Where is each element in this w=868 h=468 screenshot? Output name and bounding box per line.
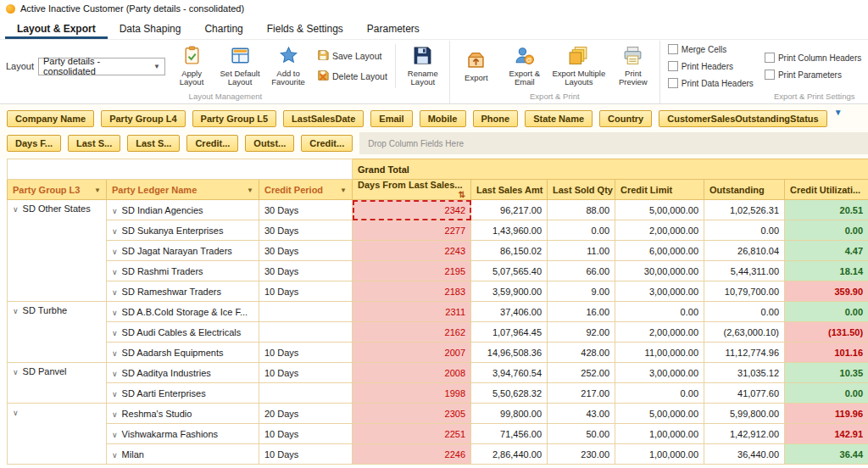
outstanding-cell[interactable]: 36,440.00 (704, 444, 785, 465)
print-headers-checkbox[interactable]: Print Headers (668, 61, 754, 71)
print-column-headers-checkbox[interactable]: Print Column Headers (765, 53, 861, 63)
credit-period-cell[interactable]: 30 Days (259, 261, 353, 281)
credit-period-cell[interactable]: 10 Days (259, 343, 353, 363)
last-sold-qty-cell[interactable]: 43.00 (548, 404, 615, 424)
collapse-chevron-icon[interactable]: ∨ (112, 431, 118, 439)
column-field-chip[interactable]: Mobile (420, 110, 466, 127)
data-header[interactable]: Last Sold Qty (548, 180, 615, 200)
collapse-chevron-icon[interactable]: ∨ (112, 390, 118, 398)
row-field-chip[interactable]: Outst... (245, 135, 294, 152)
group-cell[interactable]: ∨ (8, 404, 107, 465)
collapse-chevron-icon[interactable]: ∨ (13, 205, 19, 214)
ledger-cell[interactable]: ∨SD Jagat Narayan Traders (107, 241, 259, 261)
column-field-chip[interactable]: Company Name (7, 110, 94, 127)
column-field-chip[interactable]: CustomerSalesOutstandingStatus (659, 110, 826, 127)
credit-utilization-cell[interactable]: 36.44 (785, 444, 868, 465)
last-sales-amt-cell[interactable]: 37,406.00 (471, 302, 548, 322)
data-header[interactable]: Credit Utilizati... (785, 180, 868, 200)
ledger-cell[interactable]: ∨Vishwakarma Fashions (107, 424, 259, 444)
outstanding-cell[interactable]: 5,44,311.00 (704, 261, 785, 281)
outstanding-cell[interactable]: (2,63,000.10) (704, 322, 785, 343)
credit-utilization-cell[interactable]: 20.51 (785, 200, 868, 220)
collapse-chevron-icon[interactable]: ∨ (112, 410, 118, 419)
last-sold-qty-cell[interactable]: 88.00 (548, 200, 615, 220)
last-sold-qty-cell[interactable]: 66.00 (548, 261, 615, 281)
credit-utilization-cell[interactable]: 0.00 (785, 302, 868, 322)
last-sales-amt-cell[interactable]: 1,43,960.00 (471, 220, 548, 241)
row-area-header[interactable]: Party Group L3▼ (8, 180, 107, 200)
group-cell[interactable]: ∨SD Panvel (8, 363, 107, 404)
last-sales-amt-cell[interactable]: 5,07,565.40 (471, 261, 548, 281)
column-field-chip[interactable]: Party Group L5 (192, 110, 276, 127)
days-from-last-sales-cell[interactable]: 2183 (353, 281, 471, 302)
row-field-chip[interactable]: Days F... (7, 135, 61, 152)
outstanding-cell[interactable]: 41,077.60 (704, 383, 785, 404)
credit-limit-cell[interactable]: 1,00,000.00 (615, 444, 704, 465)
credit-utilization-cell[interactable]: 18.14 (785, 261, 868, 281)
tab-parameters[interactable]: Parameters (355, 17, 431, 39)
last-sold-qty-cell[interactable]: 16.00 (548, 302, 615, 322)
outstanding-cell[interactable]: 1,02,526.31 (704, 200, 785, 220)
credit-limit-cell[interactable]: 2,00,000.00 (615, 220, 704, 241)
outstanding-cell[interactable]: 5,99,800.00 (704, 404, 785, 424)
days-from-last-sales-cell[interactable]: 2243 (353, 241, 471, 261)
days-from-last-sales-cell[interactable]: 2251 (353, 424, 471, 444)
credit-limit-cell[interactable]: 3,00,000.00 (615, 281, 704, 302)
credit-utilization-cell[interactable]: 101.16 (785, 343, 868, 363)
last-sales-amt-cell[interactable]: 5,50,628.32 (471, 383, 548, 404)
credit-utilization-cell[interactable]: 0.00 (785, 383, 868, 404)
days-from-last-sales-cell[interactable]: 2305 (353, 404, 471, 424)
collapse-chevron-icon[interactable]: ∨ (112, 248, 118, 256)
credit-limit-cell[interactable]: 0.00 (615, 302, 704, 322)
ledger-cell[interactable]: ∨SD Sukanya Enterprises (107, 220, 259, 241)
credit-utilization-cell[interactable]: 0.00 (785, 220, 868, 241)
last-sales-amt-cell[interactable]: 1,07,964.45 (471, 322, 548, 343)
credit-limit-cell[interactable]: 1,00,000.00 (615, 424, 704, 444)
credit-period-cell[interactable] (259, 302, 353, 322)
ledger-cell[interactable]: ∨SD A.B.Cold Storage & Ice F... (107, 302, 259, 322)
apply-layout-button[interactable]: Apply Layout (170, 45, 214, 88)
ledger-cell[interactable]: ∨SD Aaditya Industries (107, 363, 259, 383)
days-from-last-sales-cell[interactable]: 2008 (353, 363, 471, 383)
column-field-chip[interactable]: Phone (473, 110, 519, 127)
ledger-cell[interactable]: ∨SD Aadarsh Equipments (107, 343, 259, 363)
credit-utilization-cell[interactable]: (131.50) (785, 322, 868, 343)
ledger-cell[interactable]: ∨Reshma's Studio (107, 404, 259, 424)
days-from-last-sales-cell[interactable]: 2277 (353, 220, 471, 241)
last-sales-amt-cell[interactable]: 96,217.00 (471, 200, 548, 220)
ledger-cell[interactable]: ∨SD Aarti Enterprises (107, 383, 259, 404)
credit-limit-cell[interactable]: 3,00,000.00 (615, 363, 704, 383)
days-from-last-sales-cell[interactable]: 2195 (353, 261, 471, 281)
collapse-chevron-icon[interactable]: ∨ (13, 409, 19, 417)
days-from-last-sales-cell[interactable]: 2162 (353, 322, 471, 343)
last-sales-amt-cell[interactable]: 14,96,508.36 (471, 343, 548, 363)
outstanding-cell[interactable]: 0.00 (704, 220, 785, 241)
last-sales-amt-cell[interactable]: 71,456.00 (471, 424, 548, 444)
collapse-chevron-icon[interactable]: ∨ (112, 268, 118, 276)
row-field-chip[interactable]: Credit... (301, 135, 353, 152)
credit-limit-cell[interactable]: 5,00,000.00 (615, 404, 704, 424)
last-sold-qty-cell[interactable]: 0.00 (548, 220, 615, 241)
header-filter-icon[interactable]: ▼ (94, 187, 101, 194)
days-from-last-sales-cell[interactable]: 2342 (353, 200, 471, 220)
credit-period-cell[interactable]: 30 Days (259, 220, 353, 241)
drop-zone[interactable]: Drop Column Fields Here (359, 132, 868, 154)
collapse-chevron-icon[interactable]: ∨ (112, 349, 118, 358)
days-from-last-sales-cell[interactable]: 2311 (353, 302, 471, 322)
data-header[interactable]: Outstanding (704, 180, 785, 200)
column-field-chip[interactable]: Email (370, 110, 412, 127)
collapse-chevron-icon[interactable]: ∨ (13, 307, 19, 315)
credit-utilization-cell[interactable]: 359.90 (785, 281, 868, 302)
row-area-header[interactable]: Credit Period▼ (259, 180, 353, 200)
data-header[interactable]: Credit Limit (615, 180, 704, 200)
outstanding-cell[interactable]: 10,79,700.00 (704, 281, 785, 302)
last-sold-qty-cell[interactable]: 9.00 (548, 281, 615, 302)
credit-period-cell[interactable]: 10 Days (259, 363, 353, 383)
tab-layout-export[interactable]: Layout & Export (5, 17, 108, 39)
tab-fields-settings[interactable]: Fields & Settings (255, 17, 355, 39)
credit-period-cell[interactable]: 10 Days (259, 281, 353, 302)
credit-period-cell[interactable] (259, 383, 353, 404)
collapse-chevron-icon[interactable]: ∨ (112, 227, 118, 236)
credit-limit-cell[interactable]: 0.00 (615, 383, 704, 404)
credit-utilization-cell[interactable]: 10.35 (785, 363, 868, 383)
